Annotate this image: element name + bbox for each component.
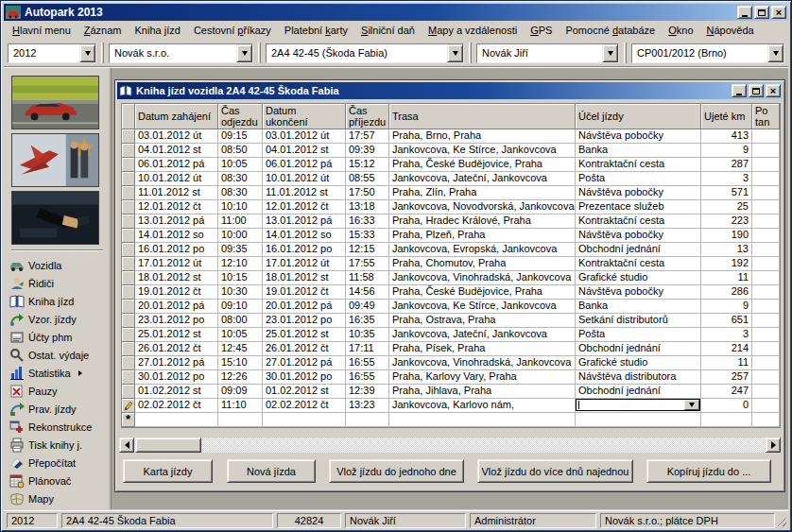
cell-start-date[interactable]: 03.01.2012 út: [135, 129, 218, 144]
cell-departure-time[interactable]: 11:10: [218, 399, 263, 413]
cell-arrival-time[interactable]: 17:57: [346, 129, 389, 144]
cell-arrival-time[interactable]: 16:35: [346, 314, 389, 328]
table-row[interactable]: 23.01.2012 po 08:00 23.01.2012 po 16:35 …: [122, 314, 780, 328]
cell-departure-time[interactable]: 08:30: [218, 172, 263, 186]
row-selector[interactable]: [122, 370, 135, 385]
row-selector[interactable]: [122, 328, 135, 342]
travel-order-selector[interactable]: CP001/2012 (Brno): [631, 43, 784, 63]
cell-km[interactable]: 11: [701, 356, 752, 370]
table-row[interactable]: 14.01.2012 so 10:00 14.01.2012 so 15:33 …: [122, 229, 780, 243]
cell-route[interactable]: Praha, České Budějovice, Praha: [389, 158, 576, 172]
cell-km[interactable]: 223: [701, 215, 752, 229]
menu-item[interactable]: Platební karty: [278, 23, 354, 38]
chevron-down-icon[interactable]: [447, 44, 463, 62]
table-row[interactable]: 10.01.2012 út 08:30 10.01.2012 út 08:55 …: [122, 172, 780, 186]
menu-item[interactable]: Kniha jízd: [129, 23, 187, 38]
table-row[interactable]: 01.02.2012 st 09:09 01.02.2012 st 12:39 …: [122, 385, 780, 399]
menu-item[interactable]: Hlavní menu: [6, 23, 77, 38]
cell-arrival-time[interactable]: 08:55: [346, 172, 389, 186]
cell-km[interactable]: 0: [701, 399, 752, 413]
cell-arrival-time[interactable]: 12:15: [346, 243, 389, 257]
cell-start-date[interactable]: 18.01.2012 st: [135, 271, 218, 285]
cell-start-date[interactable]: [135, 413, 218, 427]
cell-purpose[interactable]: Obchodní jednání: [576, 385, 701, 399]
row-selector[interactable]: [122, 229, 135, 243]
logbook-title-bar[interactable]: Kniha jízd vozidla 2A4 42-45 Škoda Fabia…: [117, 82, 783, 99]
insert-trip-single-day-button[interactable]: Vlož jízdu do jednoho dne: [329, 459, 464, 483]
table-row[interactable]: 06.01.2012 pá 10:05 06.01.2012 pá 15:12 …: [122, 158, 780, 172]
cell-end-date[interactable]: 02.02.2012 čt: [263, 399, 346, 413]
row-selector[interactable]: [122, 314, 135, 328]
table-row[interactable]: 16.01.2012 po 09:35 16.01.2012 po 12:15 …: [122, 243, 780, 257]
cell-arrival-time[interactable]: 13:18: [346, 200, 389, 215]
cell-departure-time[interactable]: 10:15: [218, 271, 263, 285]
driver-selector[interactable]: Novák Jiří: [476, 43, 619, 63]
header-end-date[interactable]: Datumukončení: [263, 104, 346, 129]
table-row[interactable]: 18.01.2012 st 10:15 18.01.2012 st 11:58 …: [122, 271, 780, 285]
cell-arrival-time[interactable]: 14:56: [346, 285, 389, 300]
cell-refuel[interactable]: [752, 356, 780, 370]
header-km[interactable]: Ujeté km: [701, 104, 752, 129]
row-selector[interactable]: [122, 271, 135, 285]
cell-route[interactable]: Praha, Písek, Praha: [389, 342, 576, 356]
cell-refuel[interactable]: [752, 215, 780, 229]
new-trip-button[interactable]: Nová jízda: [227, 459, 316, 483]
chevron-down-icon[interactable]: [684, 400, 699, 410]
cell-route[interactable]: Jankovcova, Vinohradská, Jankovcova: [389, 356, 576, 370]
header-departure-time[interactable]: Časodjezdu: [218, 104, 263, 129]
sidebar-item-statistika[interactable]: Statistika: [9, 365, 82, 382]
header-refuel[interactable]: Potan: [752, 104, 780, 129]
row-selector[interactable]: [122, 144, 135, 158]
resize-grip[interactable]: [775, 515, 786, 526]
sidebar-item-prav-jizdy[interactable]: Prav. jízdy: [9, 401, 77, 418]
cell-route[interactable]: Praha, Karlovy Vary, Praha: [389, 370, 576, 385]
cell-start-date[interactable]: 25.01.2012 st: [135, 328, 218, 342]
cell-km[interactable]: 9: [701, 144, 752, 158]
row-selector[interactable]: [122, 172, 135, 186]
cell-km[interactable]: 287: [701, 158, 752, 172]
cell-start-date[interactable]: 13.01.2012 pá: [135, 215, 218, 229]
cell-km[interactable]: 214: [701, 342, 752, 356]
cell-start-date[interactable]: 30.01.2012 po: [135, 370, 218, 385]
cell-arrival-time[interactable]: 11:58: [346, 271, 389, 285]
cell-start-date[interactable]: 12.01.2012 čt: [135, 200, 218, 215]
cell-arrival-time[interactable]: [346, 413, 389, 427]
new-row-selector[interactable]: *: [122, 413, 135, 427]
cell-arrival-time[interactable]: 09:39: [346, 144, 389, 158]
cell-start-date[interactable]: 14.01.2012 so: [135, 229, 218, 243]
cell-purpose[interactable]: Kontraktační cesta: [576, 257, 701, 271]
table-row-editing[interactable]: 02.02.2012 čt 11:10 02.02.2012 čt 13:23 …: [122, 399, 780, 413]
scroll-left-button[interactable]: [119, 438, 134, 453]
chevron-down-icon[interactable]: [79, 44, 95, 62]
cell-start-date[interactable]: 27.01.2012 pá: [135, 356, 218, 370]
cell-start-date[interactable]: 10.01.2012 út: [135, 172, 218, 186]
menu-item[interactable]: Cestovní příkazy: [187, 23, 278, 38]
cell-km[interactable]: 413: [701, 129, 752, 144]
cell-route[interactable]: Jankovcova, Vinohradská, Jankovcova: [389, 271, 576, 285]
table-row[interactable]: 12.01.2012 čt 10:10 12.01.2012 čt 13:18 …: [122, 200, 780, 215]
sidebar-item-kniha-jizd[interactable]: Kniha jízd: [9, 293, 74, 310]
cell-arrival-time[interactable]: 17:55: [346, 257, 389, 271]
menu-item[interactable]: Silniční daň: [354, 23, 422, 38]
header-row-selector[interactable]: [122, 104, 135, 129]
cell-route[interactable]: Jankovcova, Ke Stírce, Jankovcova: [389, 300, 576, 314]
cell-departure-time[interactable]: [218, 413, 263, 427]
cell-refuel[interactable]: [752, 271, 780, 285]
cell-arrival-time[interactable]: 15:12: [346, 158, 389, 172]
cell-refuel[interactable]: [752, 229, 780, 243]
row-selector[interactable]: [122, 385, 135, 399]
row-selector[interactable]: [122, 356, 135, 370]
row-selector[interactable]: [122, 342, 135, 356]
cell-end-date[interactable]: 23.01.2012 po: [263, 314, 346, 328]
cell-start-date[interactable]: 02.02.2012 čt: [135, 399, 218, 413]
cell-end-date[interactable]: 27.01.2012 pá: [263, 356, 346, 370]
cell-refuel[interactable]: [752, 314, 780, 328]
cell-refuel[interactable]: [752, 200, 780, 215]
cell-route[interactable]: Jankovcova, Jateční, Jankovcova: [389, 328, 576, 342]
cell-km[interactable]: 3: [701, 328, 752, 342]
cell-route[interactable]: Praha, Jihlava, Praha: [389, 385, 576, 399]
cell-refuel[interactable]: [752, 285, 780, 300]
row-selector[interactable]: [122, 158, 135, 172]
cell-purpose[interactable]: Banka: [576, 300, 701, 314]
table-row[interactable]: 13.01.2012 pá 11:00 13.01.2012 pá 16:33 …: [122, 215, 780, 229]
